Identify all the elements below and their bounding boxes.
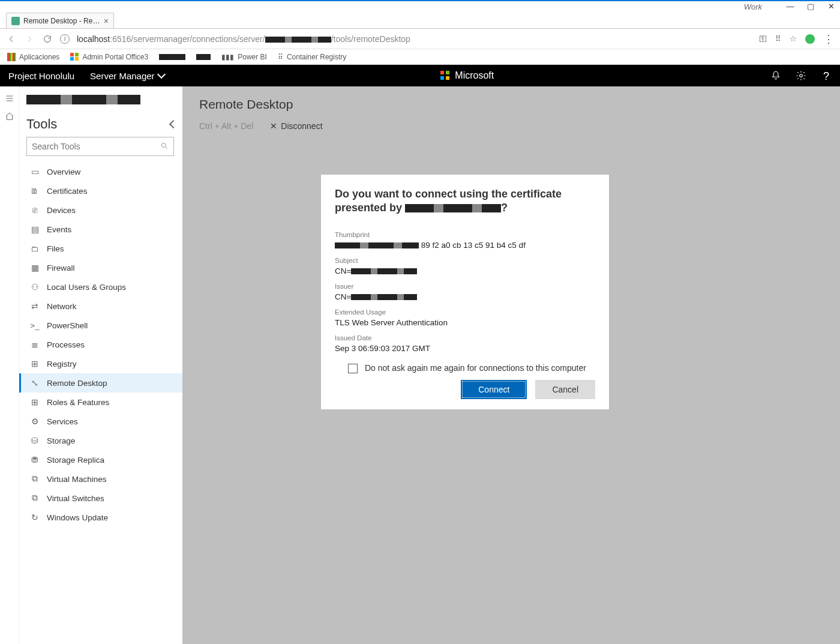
browser-tab[interactable]: Remote Desktop - Remo × — [6, 13, 114, 28]
page-title: Remote Desktop — [199, 97, 823, 112]
registry-icon: ⠿ — [278, 53, 283, 61]
cancel-button[interactable]: Cancel — [535, 380, 595, 399]
tool-icon: ⊞ — [30, 359, 40, 369]
connect-button[interactable]: Connect — [461, 380, 527, 399]
sidebar-item-label: Registry — [47, 360, 77, 369]
tool-icon: ▦ — [30, 263, 40, 272]
bookmark-powerbi[interactable]: ▮▮▮Power BI — [221, 53, 267, 61]
dialog-heading: Do you want to connect using the certifi… — [335, 187, 595, 214]
main-content: Remote Desktop Ctrl + Alt + Del ✕Disconn… — [182, 86, 840, 644]
settings-icon[interactable] — [796, 70, 806, 81]
address-bar: i localhost:6516/servermanager/connectio… — [0, 29, 840, 49]
sidebar-item-virtual-machines[interactable]: ⧉Virtual Machines — [19, 469, 182, 489]
sidebar-item-processes[interactable]: ≣Processes — [19, 335, 182, 354]
sidebar-item-registry[interactable]: ⊞Registry — [19, 354, 182, 373]
close-window-button[interactable]: ✕ — [827, 2, 835, 11]
sidebar-item-overview[interactable]: ▭Overview — [19, 162, 182, 181]
star-icon[interactable]: ☆ — [790, 34, 797, 43]
sidebar-item-label: Certificates — [47, 187, 88, 196]
tool-icon: ⚇ — [30, 282, 40, 292]
tool-icon: 🗎 — [30, 186, 40, 196]
sidebar-item-storage[interactable]: ⛁Storage — [19, 431, 182, 450]
left-rail — [0, 86, 19, 644]
certificate-dialog: Do you want to connect using the certifi… — [322, 175, 608, 409]
sidebar-item-label: PowerShell — [47, 321, 88, 330]
hamburger-icon[interactable] — [5, 94, 14, 103]
maximize-button[interactable]: ▢ — [806, 2, 815, 11]
disconnect-button[interactable]: ✕Disconnect — [270, 121, 322, 131]
module-dropdown[interactable]: Server Manager — [90, 71, 164, 81]
tools-list: ▭Overview🗎Certificates⎚Devices▤Events🗀Fi… — [19, 162, 182, 527]
search-icon — [160, 142, 169, 152]
sidebar-item-label: Overview — [47, 167, 80, 176]
site-info-icon[interactable]: i — [60, 34, 70, 44]
search-input[interactable] — [32, 142, 160, 151]
sidebar-item-network[interactable]: ⇄Network — [19, 296, 182, 316]
tool-icon: ⎚ — [30, 205, 40, 215]
tab-close-icon[interactable]: × — [104, 16, 109, 26]
forward-button[interactable] — [24, 34, 35, 44]
notifications-icon[interactable] — [770, 70, 781, 81]
product-name[interactable]: Project Honolulu — [8, 71, 74, 81]
sidebar-item-label: Storage Replica — [47, 456, 104, 465]
sidebar-item-label: Files — [47, 244, 64, 253]
sidebar-item-remote-desktop[interactable]: ⤡Remote Desktop — [19, 373, 182, 393]
sidebar-item-files[interactable]: 🗀Files — [19, 239, 182, 258]
tool-icon: ⛁ — [30, 436, 40, 445]
issuer-value: CN= — [335, 292, 592, 301]
sidebar-item-label: Devices — [47, 206, 76, 215]
window-titlebar: Work — ▢ ✕ — [0, 0, 840, 12]
tool-icon: ⧉ — [30, 493, 40, 503]
tools-heading: Tools — [26, 116, 57, 132]
tool-icon: >_ — [30, 320, 40, 330]
back-button[interactable] — [6, 34, 17, 44]
svg-point-0 — [800, 74, 803, 77]
minimize-button[interactable]: — — [786, 2, 794, 11]
translate-icon[interactable]: ⠿ — [775, 34, 781, 43]
brand-name: Microsoft — [455, 70, 494, 81]
bookmark-redacted-2[interactable] — [196, 54, 211, 60]
sidebar-item-firewall[interactable]: ▦Firewall — [19, 258, 182, 277]
sidebar-item-devices[interactable]: ⎚Devices — [19, 200, 182, 220]
bookmark-apps[interactable]: Aplicaciones — [7, 53, 59, 61]
app-header: Project Honolulu Server Manager Microsof… — [0, 65, 840, 86]
sidebar-item-label: Remote Desktop — [47, 379, 107, 388]
sidebar-item-label: Events — [47, 225, 71, 234]
collapse-sidebar-icon[interactable] — [169, 120, 178, 128]
tools-search[interactable] — [26, 137, 174, 156]
sidebar-item-powershell[interactable]: >_PowerShell — [19, 316, 182, 335]
tool-icon: ▭ — [30, 167, 40, 176]
sidebar-item-roles-features[interactable]: ⊞Roles & Features — [19, 393, 182, 412]
sidebar-item-windows-update[interactable]: ↻Windows Update — [19, 508, 182, 527]
help-icon[interactable]: ? — [821, 70, 832, 81]
rd-toolbar: Ctrl + Alt + Del ✕Disconnect — [199, 121, 823, 131]
issued-date-label: Issued Date — [335, 334, 592, 342]
tab-title: Remote Desktop - Remo — [23, 17, 100, 25]
bookmark-container-registry[interactable]: ⠿Container Registry — [278, 53, 346, 61]
tool-icon: ⊞ — [30, 397, 40, 407]
sidebar-item-certificates[interactable]: 🗎Certificates — [19, 181, 182, 200]
home-icon[interactable] — [5, 112, 14, 121]
sidebar-item-local-users-groups[interactable]: ⚇Local Users & Groups — [19, 277, 182, 296]
browser-menu-button[interactable]: ⋮ — [823, 32, 834, 46]
sidebar-item-events[interactable]: ▤Events — [19, 220, 182, 239]
ctrl-alt-del-button[interactable]: Ctrl + Alt + Del — [199, 121, 253, 131]
bookmark-redacted-1[interactable] — [159, 54, 185, 60]
sidebar-item-label: Local Users & Groups — [47, 283, 126, 292]
sidebar-item-label: Roles & Features — [47, 398, 109, 407]
reload-button[interactable] — [42, 34, 53, 44]
key-icon[interactable]: ⚿ — [759, 34, 767, 43]
extension-icon[interactable] — [805, 34, 815, 44]
tool-icon: 🗀 — [30, 244, 40, 253]
subject-label: Subject — [335, 257, 592, 264]
bookmark-admin-portal[interactable]: Admin Portal Office3 — [70, 53, 148, 61]
extended-usage-value: TLS Web Server Authentication — [335, 318, 592, 327]
sidebar-item-services[interactable]: ⚙Services — [19, 412, 182, 431]
tool-icon: ⛃ — [30, 455, 40, 465]
dont-ask-checkbox[interactable] — [348, 364, 358, 373]
dialog-scroll-area[interactable]: Thumbprint 89 f2 a0 cb 13 c5 91 b4 c5 df… — [335, 224, 595, 353]
sidebar-item-virtual-switches[interactable]: ⧉Virtual Switches — [19, 489, 182, 508]
url-text[interactable]: localhost:6516/servermanager/connections… — [77, 34, 752, 44]
sidebar-item-storage-replica[interactable]: ⛃Storage Replica — [19, 450, 182, 469]
sidebar-item-label: Firewall — [47, 263, 75, 272]
